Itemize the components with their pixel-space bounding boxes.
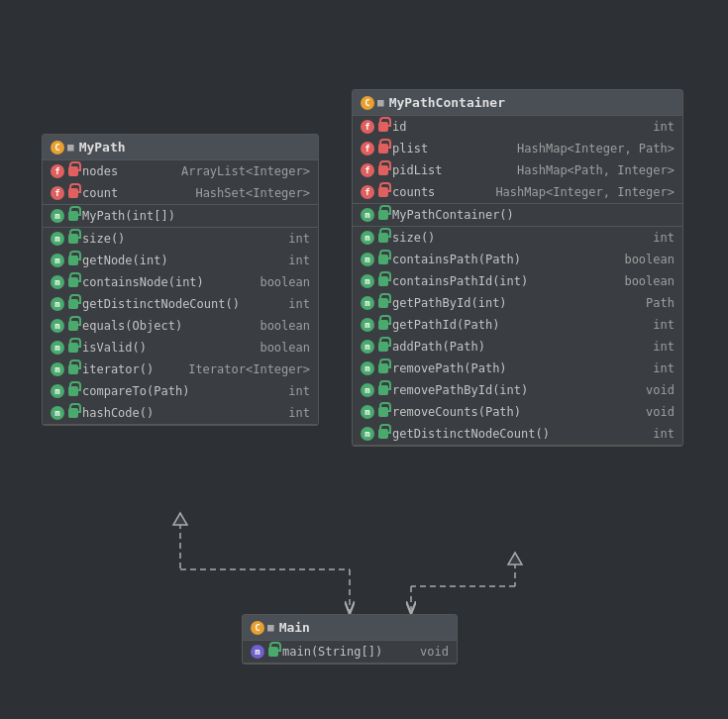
method-name: removePath(Path) <box>392 361 649 375</box>
table-row: f pidList HashMap<Path, Integer> <box>353 159 682 181</box>
table-row: f id int <box>353 116 682 138</box>
lock-icon <box>378 429 388 439</box>
lock-icon <box>68 408 78 418</box>
lock-icon <box>68 234 78 244</box>
method-icon: m <box>51 297 64 311</box>
lock-icon <box>68 386 78 396</box>
method-name: size() <box>82 232 284 246</box>
method-type: void <box>646 383 675 397</box>
constructor-name: MyPath(int[]) <box>82 209 310 223</box>
table-row: m removePath(Path) int <box>353 358 682 379</box>
method-icon: m <box>361 274 374 288</box>
field-name: plist <box>392 142 513 155</box>
field-type: ArrayList<Integer> <box>181 164 310 178</box>
table-row: m containsNode(int) boolean <box>43 271 318 293</box>
table-row: m equals(Object) boolean <box>43 315 318 337</box>
field-icon: f <box>361 185 374 199</box>
method-icon: m <box>51 384 64 398</box>
visibility-icon: ■ <box>67 141 74 154</box>
lock-icon <box>68 166 78 176</box>
lock-icon <box>68 277 78 287</box>
main-header: C ■ Main <box>243 615 457 641</box>
lock-icon <box>378 187 388 197</box>
method-name: containsPath(Path) <box>392 253 620 266</box>
field-icon: f <box>51 186 64 200</box>
table-row: m removeCounts(Path) void <box>353 401 682 423</box>
mypath-title: MyPath <box>79 140 126 154</box>
method-icon: m <box>361 208 374 222</box>
method-icon: m <box>251 645 264 659</box>
field-icon: f <box>361 142 374 155</box>
class-icon: C <box>51 141 64 154</box>
method-icon: m <box>51 275 64 289</box>
lock-icon <box>378 407 388 417</box>
lock-icon <box>68 321 78 331</box>
method-type: Path <box>646 296 675 310</box>
table-row: m getDistinctNodeCount() int <box>43 293 318 315</box>
field-icon: f <box>51 164 64 178</box>
method-icon: m <box>51 341 64 355</box>
svg-marker-7 <box>508 553 522 565</box>
mypath-class: C ■ MyPath f nodes ArrayList<Integer> f … <box>42 134 319 426</box>
method-type: int <box>288 297 310 311</box>
method-name: isValid() <box>82 341 256 355</box>
method-name: getDistinctNodeCount() <box>82 297 284 311</box>
table-row: m containsPathId(int) boolean <box>353 270 682 292</box>
method-icon: m <box>361 361 374 375</box>
mypathcontainer-constructor: m MyPathContainer() <box>353 204 682 227</box>
method-type: int <box>288 406 310 420</box>
field-type: HashMap<Integer, Path> <box>517 142 675 155</box>
field-type: HashMap<Path, Integer> <box>517 163 675 177</box>
method-icon: m <box>361 231 374 245</box>
lock-icon <box>378 385 388 395</box>
method-type: int <box>653 340 675 354</box>
table-row: m isValid() boolean <box>43 337 318 359</box>
method-icon: m <box>51 209 64 223</box>
method-type: int <box>288 254 310 267</box>
visibility-icon: ■ <box>377 96 384 109</box>
lock-icon <box>68 256 78 265</box>
main-class: C ■ Main m main(String[]) void <box>242 614 458 665</box>
method-name: containsNode(int) <box>82 275 256 289</box>
mypath-constructor: m MyPath(int[]) <box>43 205 318 228</box>
lock-icon <box>378 320 388 330</box>
field-type: HashSet<Integer> <box>195 186 310 200</box>
method-icon: m <box>361 296 374 310</box>
constructor-name: MyPathContainer() <box>392 208 675 222</box>
method-name: getDistinctNodeCount() <box>392 427 649 441</box>
table-row: f nodes ArrayList<Integer> <box>43 160 318 182</box>
method-name: equals(Object) <box>82 319 256 333</box>
method-icon: m <box>51 232 64 246</box>
method-icon: m <box>51 254 64 267</box>
field-name: nodes <box>82 164 177 178</box>
lock-icon <box>268 647 278 657</box>
mypathcontainer-fields: f id int f plist HashMap<Integer, Path> … <box>353 116 682 204</box>
method-type: int <box>288 384 310 398</box>
table-row: f count HashSet<Integer> <box>43 182 318 204</box>
lock-icon <box>68 188 78 198</box>
method-name: containsPathId(int) <box>392 274 620 288</box>
method-name: addPath(Path) <box>392 340 649 354</box>
method-type: boolean <box>624 253 675 266</box>
field-name: counts <box>392 185 491 199</box>
lock-icon <box>378 210 388 220</box>
field-icon: f <box>361 120 374 134</box>
table-row: m getPathId(Path) int <box>353 314 682 336</box>
table-row: m iterator() Iterator<Integer> <box>43 359 318 380</box>
class-icon: C <box>251 621 264 635</box>
method-icon: m <box>361 253 374 266</box>
table-row: m main(String[]) void <box>243 641 457 663</box>
table-row: m compareTo(Path) int <box>43 380 318 402</box>
table-row: m getNode(int) int <box>43 250 318 271</box>
table-row: m getDistinctNodeCount() int <box>353 423 682 445</box>
table-row: m MyPath(int[]) <box>43 205 318 227</box>
lock-icon <box>378 255 388 264</box>
lock-icon <box>68 299 78 309</box>
method-type: Iterator<Integer> <box>188 362 310 376</box>
field-name: id <box>392 120 649 134</box>
table-row: f plist HashMap<Integer, Path> <box>353 138 682 159</box>
mypathcontainer-title: MyPathContainer <box>389 95 505 110</box>
lock-icon <box>68 364 78 374</box>
method-name: getPathId(Path) <box>392 318 649 332</box>
field-icon: f <box>361 163 374 177</box>
